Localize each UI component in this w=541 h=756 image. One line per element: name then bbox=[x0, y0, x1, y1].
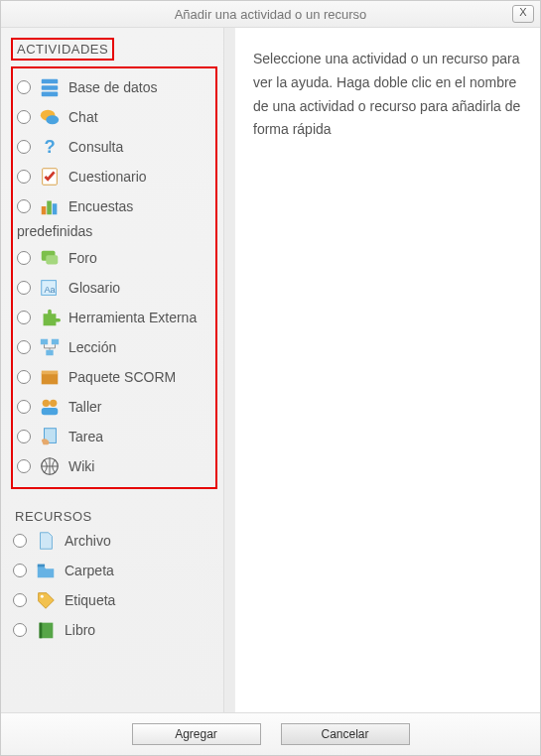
checkbox-sheet-icon bbox=[39, 166, 61, 188]
activity-option-lti[interactable]: Herramienta Externa bbox=[15, 303, 213, 332]
resource-option-folder[interactable]: Carpeta bbox=[11, 556, 217, 585]
svg-point-4 bbox=[46, 115, 59, 124]
svg-point-20 bbox=[50, 400, 57, 407]
activity-label: Wiki bbox=[68, 458, 211, 474]
activity-option-scorm[interactable]: Paquete SCORM bbox=[15, 362, 213, 392]
resource-label: Libro bbox=[65, 622, 215, 638]
activity-label: Taller bbox=[68, 399, 211, 415]
cancel-button[interactable]: Cancelar bbox=[281, 723, 410, 745]
activity-label: Foro bbox=[68, 250, 211, 266]
svg-rect-15 bbox=[52, 339, 59, 345]
radio-icon[interactable] bbox=[13, 623, 27, 637]
activity-label: Tarea bbox=[68, 429, 211, 444]
svg-rect-24 bbox=[38, 565, 45, 567]
activity-option-chat[interactable]: Chat bbox=[15, 102, 213, 132]
book-icon bbox=[35, 619, 57, 641]
radio-icon[interactable] bbox=[17, 311, 31, 324]
radio-icon[interactable] bbox=[17, 140, 31, 154]
help-pane: Seleccione una actividad o un recurso pa… bbox=[235, 28, 540, 712]
radio-icon[interactable] bbox=[17, 370, 31, 384]
activity-option-database[interactable]: Base de datos bbox=[15, 72, 213, 102]
activity-option-survey[interactable]: Encuestas predefinidas bbox=[15, 191, 213, 243]
box-icon bbox=[39, 366, 61, 388]
puzzle-icon bbox=[39, 307, 61, 328]
activity-label: Encuestas bbox=[68, 198, 211, 214]
svg-rect-27 bbox=[40, 623, 43, 639]
flow-icon bbox=[39, 336, 61, 358]
database-icon bbox=[39, 76, 61, 98]
dialog-footer: Agregar Cancelar bbox=[1, 712, 540, 755]
svg-rect-14 bbox=[41, 339, 48, 345]
folder-icon bbox=[35, 560, 57, 581]
resource-label: Etiqueta bbox=[65, 592, 215, 608]
svg-rect-2 bbox=[42, 92, 59, 97]
radio-icon[interactable] bbox=[17, 80, 31, 94]
activity-label: Cuestionario bbox=[68, 169, 211, 185]
activity-option-lesson[interactable]: Lección bbox=[15, 332, 213, 362]
wiki-icon bbox=[39, 455, 61, 477]
module-list-pane[interactable]: ACTIVIDADES Base de datos Chat bbox=[1, 28, 223, 712]
svg-rect-7 bbox=[42, 206, 47, 214]
svg-rect-18 bbox=[42, 371, 59, 375]
glossary-icon: Aa bbox=[39, 277, 61, 299]
dialog-title: Añadir una actividad o un recurso bbox=[175, 7, 367, 22]
resource-option-book[interactable]: Libro bbox=[11, 615, 217, 645]
activity-label: Chat bbox=[68, 109, 211, 125]
activity-option-forum[interactable]: Foro bbox=[15, 243, 213, 273]
question-icon: ? bbox=[39, 136, 61, 158]
activity-option-assign[interactable]: Tarea bbox=[15, 422, 213, 451]
radio-icon[interactable] bbox=[13, 534, 27, 548]
svg-rect-1 bbox=[42, 85, 59, 90]
resource-option-file[interactable]: Archivo bbox=[11, 526, 217, 556]
hand-sheet-icon bbox=[39, 426, 61, 447]
file-icon bbox=[35, 530, 57, 552]
radio-icon[interactable] bbox=[17, 400, 31, 414]
chat-icon bbox=[39, 106, 61, 128]
speech-green-icon bbox=[39, 247, 61, 269]
section-header-resources: RECURSOS bbox=[11, 507, 96, 526]
radio-icon[interactable] bbox=[13, 564, 27, 577]
tag-icon bbox=[35, 589, 57, 611]
svg-rect-21 bbox=[42, 408, 59, 415]
svg-rect-17 bbox=[42, 373, 59, 384]
help-text: Seleccione una actividad o un recurso pa… bbox=[253, 51, 520, 137]
svg-rect-9 bbox=[53, 203, 58, 214]
activity-option-workshop[interactable]: Taller bbox=[15, 392, 213, 422]
section-header-activities: ACTIVIDADES bbox=[11, 38, 114, 61]
svg-rect-16 bbox=[46, 350, 53, 356]
activity-option-quiz[interactable]: Cuestionario bbox=[15, 162, 213, 191]
resource-label: Archivo bbox=[65, 533, 215, 549]
close-button[interactable]: X bbox=[512, 5, 534, 23]
radio-icon[interactable] bbox=[17, 251, 31, 265]
activity-label: Paquete SCORM bbox=[68, 369, 211, 385]
add-button[interactable]: Agregar bbox=[132, 723, 261, 745]
resource-option-label[interactable]: Etiqueta bbox=[11, 585, 217, 615]
titlebar: Añadir una actividad o un recurso X bbox=[1, 1, 540, 28]
activity-chooser-dialog: Añadir una actividad o un recurso X ACTI… bbox=[0, 0, 541, 756]
radio-icon[interactable] bbox=[17, 340, 31, 354]
activity-label: Consulta bbox=[68, 139, 211, 155]
activity-label: Glosario bbox=[68, 280, 211, 296]
svg-point-25 bbox=[41, 595, 44, 598]
scrollbar[interactable] bbox=[223, 28, 234, 712]
svg-point-19 bbox=[43, 400, 50, 407]
activity-option-choice[interactable]: ? Consulta bbox=[15, 132, 213, 162]
dialog-body: ACTIVIDADES Base de datos Chat bbox=[1, 28, 540, 712]
activity-label: Herramienta Externa bbox=[68, 310, 211, 325]
activity-option-glossary[interactable]: Aa Glosario bbox=[15, 273, 213, 303]
people-icon bbox=[39, 396, 61, 418]
radio-icon[interactable] bbox=[17, 199, 31, 213]
activity-label: Base de datos bbox=[68, 79, 211, 95]
svg-rect-0 bbox=[42, 79, 59, 84]
activity-option-wiki[interactable]: Wiki bbox=[15, 451, 213, 481]
radio-icon[interactable] bbox=[17, 430, 31, 443]
radio-icon[interactable] bbox=[17, 281, 31, 295]
resource-label: Carpeta bbox=[65, 563, 215, 578]
activities-group-highlight: Base de datos Chat ? Consulta bbox=[11, 66, 217, 489]
svg-rect-11 bbox=[46, 255, 58, 264]
radio-icon[interactable] bbox=[17, 459, 31, 473]
radio-icon[interactable] bbox=[17, 170, 31, 184]
radio-icon[interactable] bbox=[17, 110, 31, 124]
svg-rect-8 bbox=[47, 201, 52, 215]
radio-icon[interactable] bbox=[13, 593, 27, 607]
